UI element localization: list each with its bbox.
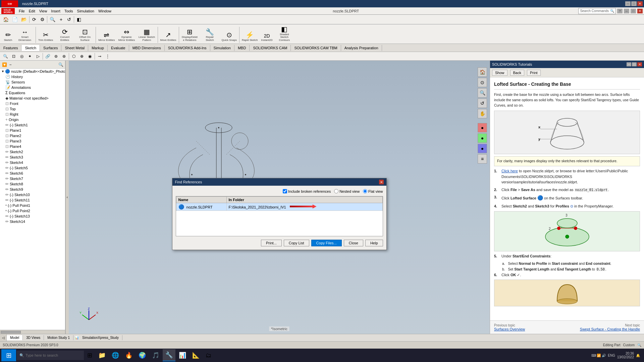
trim-entities-btn[interactable]: ✂ Trim Entities (37, 25, 55, 43)
tb2-1[interactable]: 🔍 (1, 53, 10, 60)
tab-evaluate[interactable]: Evaluate (108, 45, 129, 51)
show-btn[interactable]: Show (492, 70, 507, 76)
tree-history[interactable]: 🕐 History (0, 74, 65, 79)
tab-mbd[interactable]: MBD (234, 45, 250, 51)
tree-plane4[interactable]: ⊡ Plane4 (0, 144, 65, 149)
toolbar-open[interactable]: 📂 (19, 16, 29, 23)
taskbar-task-view[interactable]: ⊞ (85, 349, 95, 361)
tree-sketch13[interactable]: ✏ (-) Sketch13 (0, 214, 65, 219)
tb2-7[interactable]: ⊚ (52, 53, 60, 60)
table-row[interactable]: 🔵 nozzle.SLDPRT F:\Skolska_2021_2022\Izb… (176, 203, 382, 211)
tb2-9[interactable]: ⬡ (70, 53, 78, 60)
copy-files-button[interactable]: Copy Files... (311, 240, 342, 246)
panel-collapse-btn[interactable]: − (7, 62, 13, 68)
taskbar-solidworks[interactable]: 🔧 (163, 349, 175, 361)
smart-dimension-btn[interactable]: ↔ Smart Dimension (15, 25, 35, 43)
tab-solidworks-addins[interactable]: SOLIDWORKS Add-Ins (165, 45, 210, 51)
tab-sketch[interactable]: Sketch (21, 45, 40, 51)
repair-sketch-btn[interactable]: 🔧 Repair Sketch (200, 25, 220, 43)
menu-edit[interactable]: Edit (27, 8, 37, 14)
taskbar-media[interactable]: 🎵 (149, 349, 162, 361)
instant2d-btn[interactable]: 2D Instant2D (259, 25, 274, 43)
mirror-entities-btn[interactable]: ⇌ Mirror Entities (97, 25, 116, 43)
nested-view-label[interactable]: Nested view (334, 189, 360, 193)
tree-sketch4[interactable]: ✏ Sketch4 (0, 160, 65, 165)
move-entities-btn[interactable]: ↗ Move Entities (159, 25, 178, 43)
offset-surface-btn[interactable]: ⊡ Offset On Surface (75, 25, 95, 43)
windows-start-button[interactable]: ⊞ (1, 349, 16, 361)
tab-sheet-metal[interactable]: Sheet Metal (61, 45, 88, 51)
tree-material[interactable]: ◈ Material <not specified> (0, 96, 65, 101)
menu-window[interactable]: Window (96, 8, 113, 14)
taskbar-search-box[interactable]: 🔍 (17, 351, 84, 360)
toolbar-zoom-fit[interactable]: 🔍 (48, 16, 57, 23)
minimize-button[interactable]: ─ (625, 1, 631, 6)
tree-sketch14[interactable]: ✏ Sketch14 (0, 219, 65, 224)
bottom-tab-model[interactable]: Model (7, 335, 23, 340)
tree-plane3[interactable]: ⊡ Plane3 (0, 138, 65, 144)
menu-simulation[interactable]: Simulation (75, 8, 96, 14)
tutorials-minimize-btn[interactable]: ─ (627, 62, 631, 66)
back-btn[interactable]: Back (510, 70, 524, 76)
tb2-4[interactable]: ✦ (26, 53, 34, 60)
tab-markup[interactable]: Markup (88, 45, 108, 51)
toolbar-new[interactable]: 📄 (10, 16, 19, 23)
h-scrollbar[interactable] (0, 330, 65, 334)
tree-sketch1[interactable]: ✏ (-) Sketch1 (0, 122, 65, 128)
next-link[interactable]: Swept Surface - Creating the Handle (580, 327, 640, 331)
search-commands-box[interactable]: Search Commands 🔍 (578, 8, 616, 14)
tb2-8[interactable]: ⊛ (60, 53, 68, 60)
tab-cam[interactable]: SOLIDWORKS CAM (250, 45, 291, 51)
menu-file[interactable]: File (17, 8, 27, 14)
taskbar-firefox[interactable]: 🔥 (122, 349, 135, 361)
taskbar-search-input[interactable] (25, 353, 79, 357)
tree-sketch6[interactable]: ✏ Sketch6 (0, 171, 65, 176)
linear-pattern-btn[interactable]: ▦ Linear Sketch Pattern (137, 25, 157, 43)
panel-filter-btn[interactable]: 🔽 (1, 62, 7, 68)
close-dialog-button[interactable]: Close (344, 240, 363, 246)
tab-mbd-dimensions[interactable]: MBD Dimensions (129, 45, 165, 51)
tb2-10[interactable]: ⊕ (78, 53, 86, 60)
bottom-tab-motion[interactable]: Motion Study 1 (44, 335, 73, 340)
step-1-link[interactable]: Click here (501, 169, 518, 173)
tree-toggle[interactable]: ▼ (1, 70, 4, 73)
bottom-collapse-btn[interactable]: ◁ (0, 334, 7, 342)
tb2-2[interactable]: ⊡ (10, 53, 18, 60)
tree-annotations[interactable]: 📝 Annotations (0, 85, 65, 90)
bottom-tab-sim[interactable]: SimulationXpress_Study (79, 335, 122, 340)
tab-simulation[interactable]: Simulation (210, 45, 234, 51)
maximize-button[interactable]: □ (631, 1, 637, 6)
tree-top[interactable]: ⊡ Top (0, 106, 65, 112)
sketch-btn[interactable]: ✏ Sketch (1, 25, 15, 43)
tree-sketch11[interactable]: ✏ (-) Sketch11 (0, 197, 65, 203)
taskbar-app3[interactable]: 🗂 (203, 349, 214, 361)
taskbar-chrome[interactable]: 🌍 (136, 349, 149, 361)
rapid-sketch-btn[interactable]: ⚡ Rapid Sketch (240, 25, 260, 43)
include-broken-label[interactable]: Include broken references (283, 189, 331, 193)
tree-equations[interactable]: Σ Equations (0, 90, 65, 96)
panel-collapse-handle[interactable]: ‹ (65, 61, 69, 334)
display-delete-btn[interactable]: ⊞ Display/Delete Relations (180, 25, 200, 43)
toolbar-rotate[interactable]: ↺ (65, 16, 73, 23)
taskbar-excel[interactable]: 📊 (176, 349, 189, 361)
close-main-btn[interactable]: ✕ (637, 9, 643, 13)
toolbar-home[interactable]: 🏠 (1, 16, 10, 23)
help-btn[interactable]: ? (617, 9, 623, 13)
tree-sketch7[interactable]: ✏ Sketch7 (0, 176, 65, 181)
print-button[interactable]: Print... (261, 240, 282, 246)
tab-cam-tbm[interactable]: SOLIDWORKS CAM TBM (291, 45, 341, 51)
tab-analysis[interactable]: Analysis Preparation (341, 45, 382, 51)
close-button[interactable]: ✕ (637, 1, 643, 6)
dialog-close-button[interactable]: ✕ (379, 180, 384, 184)
tb2-13[interactable]: ⋮ (104, 53, 112, 60)
nested-view-radio[interactable] (334, 189, 338, 193)
maximize-main-btn[interactable]: □ (631, 9, 636, 13)
tb2-11[interactable]: ◉ (86, 53, 94, 60)
toolbar-zoom-in[interactable]: + (57, 16, 65, 23)
prev-link[interactable]: Surfaces Overview (494, 327, 525, 331)
notifications-icon[interactable]: 🔔 (636, 354, 640, 357)
tree-front[interactable]: ⊡ Front (0, 101, 65, 106)
tree-sketch3[interactable]: ✏ Sketch3 (0, 155, 65, 160)
tutorials-maximize-btn[interactable]: □ (632, 62, 637, 66)
taskbar-edge[interactable]: 🌐 (109, 349, 122, 361)
